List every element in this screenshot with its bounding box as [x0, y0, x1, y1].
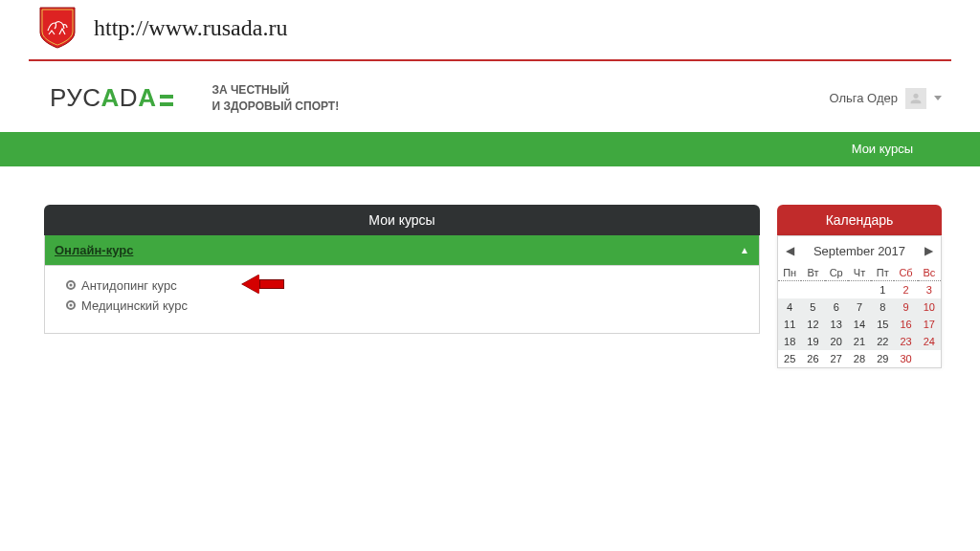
logo-part: РУС	[50, 83, 101, 112]
section-online-course[interactable]: Онлайн-курс ▲	[44, 235, 760, 266]
calendar-day[interactable]: 18	[778, 333, 801, 350]
calendar-day[interactable]: 1	[871, 280, 894, 298]
divider	[29, 59, 951, 61]
calendar-day[interactable]: 30	[894, 350, 917, 367]
calendar-dow: Вс	[918, 264, 941, 281]
calendar-day[interactable]: 7	[848, 298, 871, 316]
calendar-day[interactable]: 4	[778, 298, 801, 316]
bullet-icon	[66, 300, 76, 310]
calendar-day[interactable]: 11	[778, 316, 801, 333]
calendar-day[interactable]: 25	[778, 350, 801, 367]
nav-item-my-courses[interactable]: Мои курсы	[852, 142, 913, 156]
calendar-dow: Пн	[778, 264, 801, 281]
course-label: Медицинский курс	[81, 298, 188, 313]
calendar-dow: Вт	[801, 264, 824, 281]
panel-header-calendar: Календарь	[777, 205, 942, 235]
calendar-day[interactable]: 10	[918, 298, 941, 316]
calendar-day[interactable]: 28	[848, 350, 871, 367]
coat-of-arms-icon	[38, 6, 77, 50]
course-item-antidoping[interactable]: Антидопинг курс	[66, 276, 749, 296]
calendar-day[interactable]: 3	[918, 280, 941, 298]
calendar-dow: Сб	[894, 264, 917, 281]
calendar-day[interactable]: 16	[894, 316, 917, 333]
slogan-line: ЗА ЧЕСТНЫЙ	[212, 82, 339, 99]
calendar-dow: Пт	[871, 264, 894, 281]
site-logo[interactable]: РУСАDА	[50, 83, 173, 113]
calendar-day[interactable]: 22	[871, 333, 894, 350]
content: Мои курсы Онлайн-курс ▲ Антидопинг курс …	[0, 166, 980, 368]
course-label: Антидопинг курс	[81, 278, 177, 293]
calendar-dow: Ср	[825, 264, 848, 281]
logo-part: А	[101, 83, 120, 112]
calendar-prev-icon[interactable]: ◀	[782, 244, 798, 257]
course-item-medical[interactable]: Медицинский курс	[66, 296, 749, 316]
course-list: Антидопинг курс Медицинский курс	[44, 266, 760, 334]
main-column: Мои курсы Онлайн-курс ▲ Антидопинг курс …	[44, 205, 760, 368]
calendar-day[interactable]: 17	[918, 316, 941, 333]
bullet-icon	[66, 280, 76, 290]
user-menu[interactable]: Ольга Одер	[830, 88, 943, 109]
site-header: РУСАDА ЗА ЧЕСТНЫЙ И ЗДОРОВЫЙ СПОРТ! Ольг…	[0, 82, 980, 132]
calendar-day[interactable]: 21	[848, 333, 871, 350]
logo-part: А	[138, 83, 156, 112]
calendar-day[interactable]: 15	[871, 316, 894, 333]
panel-header-courses: Мои курсы	[44, 205, 760, 235]
calendar-day[interactable]: 19	[801, 333, 824, 350]
user-name: Ольга Одер	[830, 91, 899, 105]
calendar-day[interactable]: 20	[825, 333, 848, 350]
section-title-link[interactable]: Онлайн-курс	[55, 243, 133, 257]
calendar-day[interactable]: 23	[894, 333, 917, 350]
calendar-day[interactable]: 13	[825, 316, 848, 333]
calendar-day[interactable]: 24	[918, 333, 941, 350]
calendar-day[interactable]: 14	[848, 316, 871, 333]
page-url: http://www.rusada.ru	[94, 15, 287, 41]
collapse-up-icon[interactable]: ▲	[740, 245, 749, 255]
logo-part: D	[120, 83, 138, 112]
main-nav: Мои курсы	[0, 132, 980, 166]
chevron-down-icon	[934, 96, 942, 100]
calendar-day	[825, 280, 848, 298]
calendar-day	[801, 280, 824, 298]
calendar-day[interactable]: 12	[801, 316, 824, 333]
side-column: Календарь ◀ September 2017 ▶ ПнВтСрЧтПтС…	[777, 205, 942, 368]
calendar-day	[848, 280, 871, 298]
calendar-grid: ПнВтСрЧтПтСбВс 1234567891011121314151617…	[778, 264, 941, 367]
calendar-dow: Чт	[848, 264, 871, 281]
calendar-day[interactable]: 2	[894, 280, 917, 298]
calendar-day	[918, 350, 941, 367]
calendar-day[interactable]: 26	[801, 350, 824, 367]
calendar-day[interactable]: 27	[825, 350, 848, 367]
top-header: http://www.rusada.ru	[0, 0, 980, 59]
calendar-day[interactable]: 29	[871, 350, 894, 367]
calendar-month: September 2017	[804, 244, 915, 258]
pointer-arrow-icon	[242, 276, 284, 293]
avatar-icon	[905, 88, 926, 109]
slogan: ЗА ЧЕСТНЫЙ И ЗДОРОВЫЙ СПОРТ!	[212, 82, 339, 115]
calendar-day[interactable]: 9	[894, 298, 917, 316]
logo-equals-icon	[160, 95, 173, 106]
calendar-day	[778, 280, 801, 298]
calendar-next-icon[interactable]: ▶	[921, 244, 937, 257]
calendar-day[interactable]: 5	[801, 298, 824, 316]
calendar-day[interactable]: 8	[871, 298, 894, 316]
slogan-line: И ЗДОРОВЫЙ СПОРТ!	[212, 99, 339, 115]
calendar: ◀ September 2017 ▶ ПнВтСрЧтПтСбВс 123456…	[777, 235, 942, 368]
calendar-day[interactable]: 6	[825, 298, 848, 316]
